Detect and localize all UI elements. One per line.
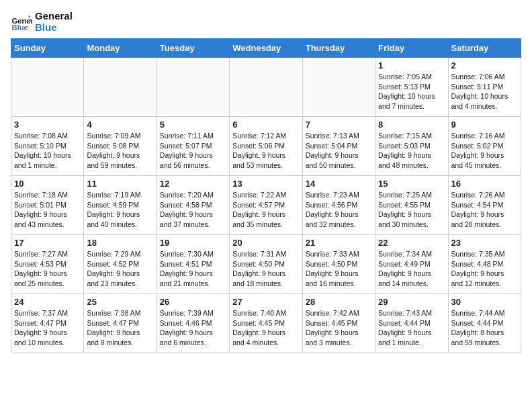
- calendar-cell: 17Sunrise: 7:27 AM Sunset: 4:53 PM Dayli…: [11, 235, 84, 294]
- calendar-cell: 2Sunrise: 7:06 AM Sunset: 5:11 PM Daylig…: [448, 58, 521, 117]
- day-number: 16: [451, 179, 518, 189]
- calendar-week-4: 17Sunrise: 7:27 AM Sunset: 4:53 PM Dayli…: [11, 235, 521, 294]
- day-number: 3: [14, 120, 81, 130]
- day-info: Sunrise: 7:26 AM Sunset: 4:54 PM Dayligh…: [451, 190, 518, 230]
- calendar-cell: 23Sunrise: 7:35 AM Sunset: 4:48 PM Dayli…: [448, 235, 521, 294]
- calendar-cell: 21Sunrise: 7:33 AM Sunset: 4:50 PM Dayli…: [302, 235, 375, 294]
- day-number: 15: [378, 179, 445, 189]
- calendar-cell: 4Sunrise: 7:09 AM Sunset: 5:08 PM Daylig…: [84, 117, 157, 176]
- day-info: Sunrise: 7:39 AM Sunset: 4:46 PM Dayligh…: [160, 308, 226, 348]
- day-number: 28: [306, 297, 372, 307]
- svg-text:Blue: Blue: [12, 24, 28, 32]
- day-number: 12: [160, 179, 226, 189]
- logo-icon: General Blue: [11, 11, 32, 33]
- calendar-cell: 29Sunrise: 7:43 AM Sunset: 4:44 PM Dayli…: [375, 294, 448, 353]
- calendar-cell: 13Sunrise: 7:22 AM Sunset: 4:57 PM Dayli…: [230, 176, 302, 235]
- day-number: 30: [451, 297, 518, 307]
- day-info: Sunrise: 7:09 AM Sunset: 5:08 PM Dayligh…: [87, 131, 153, 171]
- day-info: Sunrise: 7:18 AM Sunset: 5:01 PM Dayligh…: [14, 190, 81, 230]
- day-number: 20: [232, 238, 299, 248]
- calendar-cell: 25Sunrise: 7:38 AM Sunset: 4:47 PM Dayli…: [84, 294, 157, 353]
- calendar-cell: 30Sunrise: 7:44 AM Sunset: 4:44 PM Dayli…: [448, 294, 521, 353]
- calendar-cell: 12Sunrise: 7:20 AM Sunset: 4:58 PM Dayli…: [157, 176, 229, 235]
- day-info: Sunrise: 7:15 AM Sunset: 5:03 PM Dayligh…: [378, 131, 445, 171]
- day-number: 2: [451, 60, 518, 71]
- calendar-cell: [157, 58, 229, 117]
- day-header-sunday: Sunday: [11, 39, 84, 58]
- calendar-week-3: 10Sunrise: 7:18 AM Sunset: 5:01 PM Dayli…: [11, 176, 521, 235]
- day-info: Sunrise: 7:40 AM Sunset: 4:45 PM Dayligh…: [232, 308, 299, 348]
- calendar-cell: 11Sunrise: 7:19 AM Sunset: 4:59 PM Dayli…: [84, 176, 157, 235]
- day-header-saturday: Saturday: [448, 39, 521, 58]
- day-header-monday: Monday: [84, 39, 157, 58]
- day-info: Sunrise: 7:33 AM Sunset: 4:50 PM Dayligh…: [306, 249, 372, 289]
- day-number: 4: [87, 120, 153, 130]
- day-number: 26: [160, 297, 226, 307]
- day-info: Sunrise: 7:44 AM Sunset: 4:44 PM Dayligh…: [451, 308, 518, 348]
- day-info: Sunrise: 7:05 AM Sunset: 5:13 PM Dayligh…: [378, 72, 445, 111]
- day-number: 8: [378, 120, 445, 130]
- day-info: Sunrise: 7:37 AM Sunset: 4:47 PM Dayligh…: [14, 308, 81, 348]
- day-info: Sunrise: 7:38 AM Sunset: 4:47 PM Dayligh…: [87, 308, 153, 348]
- day-number: 22: [378, 238, 445, 248]
- day-number: 14: [306, 179, 372, 189]
- day-info: Sunrise: 7:06 AM Sunset: 5:11 PM Dayligh…: [451, 72, 518, 111]
- day-header-tuesday: Tuesday: [157, 39, 229, 58]
- calendar-cell: 15Sunrise: 7:25 AM Sunset: 4:55 PM Dayli…: [375, 176, 448, 235]
- day-number: 11: [87, 179, 153, 189]
- day-number: 29: [378, 297, 445, 307]
- calendar-week-5: 24Sunrise: 7:37 AM Sunset: 4:47 PM Dayli…: [11, 294, 521, 353]
- day-info: Sunrise: 7:23 AM Sunset: 4:56 PM Dayligh…: [306, 190, 372, 230]
- day-header-wednesday: Wednesday: [230, 39, 302, 58]
- calendar-cell: 3Sunrise: 7:08 AM Sunset: 5:10 PM Daylig…: [11, 117, 84, 176]
- day-number: 13: [232, 179, 299, 189]
- day-info: Sunrise: 7:13 AM Sunset: 5:04 PM Dayligh…: [306, 131, 372, 171]
- day-info: Sunrise: 7:30 AM Sunset: 4:51 PM Dayligh…: [160, 249, 226, 289]
- day-number: 25: [87, 297, 153, 307]
- calendar-cell: 20Sunrise: 7:31 AM Sunset: 4:50 PM Dayli…: [230, 235, 302, 294]
- logo: General Blue General Blue: [11, 11, 73, 33]
- calendar-cell: 7Sunrise: 7:13 AM Sunset: 5:04 PM Daylig…: [302, 117, 375, 176]
- calendar-cell: [230, 58, 302, 117]
- day-number: 19: [160, 238, 226, 248]
- day-info: Sunrise: 7:08 AM Sunset: 5:10 PM Dayligh…: [14, 131, 81, 171]
- calendar-cell: 26Sunrise: 7:39 AM Sunset: 4:46 PM Dayli…: [157, 294, 229, 353]
- day-number: 27: [232, 297, 299, 307]
- day-info: Sunrise: 7:19 AM Sunset: 4:59 PM Dayligh…: [87, 190, 153, 230]
- day-header-thursday: Thursday: [302, 39, 375, 58]
- day-number: 9: [451, 120, 518, 130]
- day-header-row: SundayMondayTuesdayWednesdayThursdayFrid…: [11, 39, 521, 58]
- day-number: 18: [87, 238, 153, 248]
- calendar-cell: 18Sunrise: 7:29 AM Sunset: 4:52 PM Dayli…: [84, 235, 157, 294]
- calendar-cell: 16Sunrise: 7:26 AM Sunset: 4:54 PM Dayli…: [448, 176, 521, 235]
- calendar-week-2: 3Sunrise: 7:08 AM Sunset: 5:10 PM Daylig…: [11, 117, 521, 176]
- day-number: 10: [14, 179, 81, 189]
- day-info: Sunrise: 7:43 AM Sunset: 4:44 PM Dayligh…: [378, 308, 445, 348]
- day-number: 5: [160, 120, 226, 130]
- day-number: 17: [14, 238, 81, 248]
- calendar-cell: 24Sunrise: 7:37 AM Sunset: 4:47 PM Dayli…: [11, 294, 84, 353]
- day-number: 7: [306, 120, 372, 130]
- calendar-cell: 5Sunrise: 7:11 AM Sunset: 5:07 PM Daylig…: [157, 117, 229, 176]
- calendar-cell: 10Sunrise: 7:18 AM Sunset: 5:01 PM Dayli…: [11, 176, 84, 235]
- day-info: Sunrise: 7:42 AM Sunset: 4:45 PM Dayligh…: [306, 308, 372, 348]
- day-info: Sunrise: 7:12 AM Sunset: 5:06 PM Dayligh…: [232, 131, 299, 171]
- day-info: Sunrise: 7:20 AM Sunset: 4:58 PM Dayligh…: [160, 190, 226, 230]
- calendar-cell: 14Sunrise: 7:23 AM Sunset: 4:56 PM Dayli…: [302, 176, 375, 235]
- calendar-week-1: 1Sunrise: 7:05 AM Sunset: 5:13 PM Daylig…: [11, 58, 521, 117]
- calendar-cell: 6Sunrise: 7:12 AM Sunset: 5:06 PM Daylig…: [230, 117, 302, 176]
- calendar-cell: [84, 58, 157, 117]
- day-info: Sunrise: 7:27 AM Sunset: 4:53 PM Dayligh…: [14, 249, 81, 289]
- day-number: 21: [306, 238, 372, 248]
- page-header: General Blue General Blue: [11, 11, 521, 33]
- calendar-cell: 22Sunrise: 7:34 AM Sunset: 4:49 PM Dayli…: [375, 235, 448, 294]
- calendar-cell: 9Sunrise: 7:16 AM Sunset: 5:02 PM Daylig…: [448, 117, 521, 176]
- calendar-cell: [302, 58, 375, 117]
- calendar-cell: [11, 58, 84, 117]
- day-info: Sunrise: 7:31 AM Sunset: 4:50 PM Dayligh…: [232, 249, 299, 289]
- calendar-table: SundayMondayTuesdayWednesdayThursdayFrid…: [11, 38, 521, 353]
- calendar-cell: 1Sunrise: 7:05 AM Sunset: 5:13 PM Daylig…: [375, 58, 448, 117]
- calendar-cell: 27Sunrise: 7:40 AM Sunset: 4:45 PM Dayli…: [230, 294, 302, 353]
- day-info: Sunrise: 7:35 AM Sunset: 4:48 PM Dayligh…: [451, 249, 518, 289]
- day-info: Sunrise: 7:34 AM Sunset: 4:49 PM Dayligh…: [378, 249, 445, 289]
